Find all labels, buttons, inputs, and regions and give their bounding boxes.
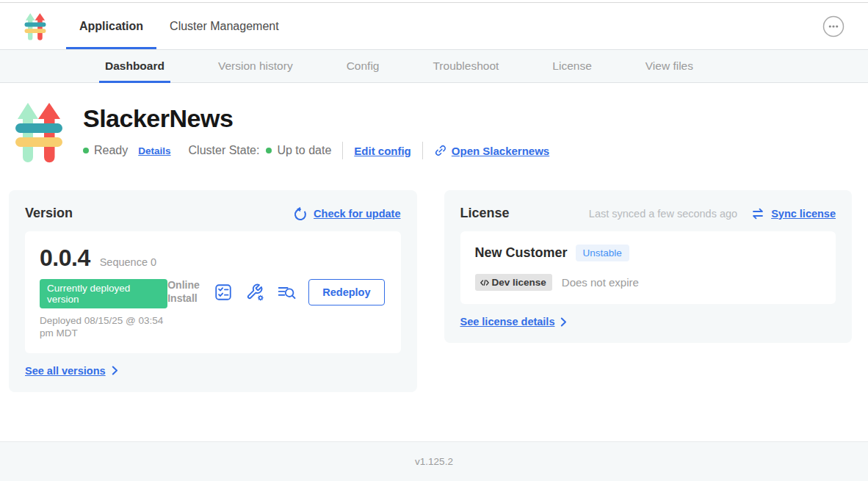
tab-application[interactable]: Application: [66, 3, 156, 49]
last-synced-text: Last synced a few seconds ago: [589, 208, 737, 220]
view-logs-icon[interactable]: [277, 283, 296, 302]
redeploy-button[interactable]: Redeploy: [308, 279, 384, 305]
cluster-state-dot: [266, 148, 272, 153]
version-card-title: Version: [25, 206, 73, 221]
sync-license-link[interactable]: Sync license: [771, 208, 836, 220]
cluster-state-label: Cluster State:: [189, 144, 260, 157]
app-icon: [15, 101, 63, 166]
divider: [422, 142, 423, 159]
tab-license-label: License: [552, 59, 591, 73]
check-for-update[interactable]: Check for update: [293, 206, 400, 221]
tab-cluster-management-label: Cluster Management: [170, 20, 279, 33]
tab-cluster-management[interactable]: Cluster Management: [156, 3, 292, 49]
slackernews-app-icon: [15, 101, 63, 163]
license-card-header: License Last synced a few seconds ago Sy…: [460, 206, 836, 221]
version-number: 0.0.4: [40, 245, 90, 272]
currently-deployed-badge: Currently deployed version: [40, 279, 167, 308]
license-type-row: Dev license Does not expire: [475, 274, 822, 291]
tab-view-files[interactable]: View files: [640, 50, 699, 82]
app-header: Application Cluster Management: [0, 3, 868, 49]
brand-logo: [24, 3, 46, 49]
tab-troubleshoot[interactable]: Troubleshoot: [427, 50, 504, 82]
see-all-versions-label: See all versions: [25, 365, 106, 377]
slackernews-logo-icon: [24, 12, 46, 40]
tab-application-label: Application: [79, 20, 143, 33]
deployed-version-panel: 0.0.4 Sequence 0 Currently deployed vers…: [25, 231, 401, 353]
open-app-link[interactable]: Open Slackernews: [434, 144, 549, 157]
check-for-update-label: Check for update: [314, 208, 400, 220]
status-details-link[interactable]: Details: [138, 145, 170, 156]
tab-view-files-label: View files: [645, 59, 693, 73]
app-hero: SlackerNews Ready Details Cluster State:…: [0, 83, 868, 166]
see-license-details-link[interactable]: See license details: [460, 316, 836, 328]
license-type-label: Dev license: [492, 277, 546, 288]
license-details-panel: New Customer Unstable Dev license Does n…: [460, 231, 836, 304]
version-sequence: Sequence 0: [100, 256, 156, 268]
tab-troubleshoot-label: Troubleshoot: [433, 59, 499, 73]
see-all-versions-link[interactable]: See all versions: [25, 365, 401, 377]
edit-config-link[interactable]: Edit config: [354, 145, 411, 157]
tab-version-history[interactable]: Version history: [212, 50, 299, 82]
config-wrench-icon[interactable]: [245, 283, 264, 302]
version-card: Version Check for update 0.0.4 Sequence …: [9, 190, 417, 392]
open-app-link-label: Open Slackernews: [452, 145, 549, 157]
tab-dashboard[interactable]: Dashboard: [99, 50, 170, 82]
code-brackets-icon: [480, 278, 490, 287]
page-title: SlackerNews: [83, 104, 549, 133]
version-row: 0.0.4 Sequence 0: [40, 245, 167, 272]
license-type-badge: Dev license: [475, 274, 552, 291]
preflight-checks-icon[interactable]: [214, 283, 233, 302]
app-hero-body: SlackerNews Ready Details Cluster State:…: [83, 101, 549, 166]
tab-dashboard-label: Dashboard: [105, 59, 164, 73]
version-actions: Online Install: [167, 279, 386, 305]
app-status-row: Ready Details Cluster State: Up to date …: [83, 142, 549, 159]
dashboard-cards: Version Check for update 0.0.4 Sequence …: [0, 190, 868, 392]
customer-name: New Customer: [475, 245, 568, 261]
app-subnav: Dashboard Version history Config Trouble…: [0, 49, 868, 83]
version-card-header: Version Check for update: [25, 206, 401, 221]
console-footer: v1.125.2: [0, 441, 868, 481]
tab-config-label: Config: [347, 59, 380, 73]
link-icon: [434, 144, 447, 157]
license-card-title: License: [460, 206, 510, 221]
kots-admin-console: Application Cluster Management Dashboard…: [0, 0, 868, 481]
chevron-right-icon: [112, 366, 118, 375]
header-tabs: Application Cluster Management: [66, 3, 292, 49]
channel-badge: Unstable: [576, 245, 629, 261]
console-version: v1.125.2: [415, 456, 453, 467]
license-customer-row: New Customer Unstable: [475, 245, 822, 261]
license-expiry: Does not expire: [562, 276, 639, 289]
app-status-text: Ready: [94, 144, 128, 157]
license-card: License Last synced a few seconds ago Sy…: [444, 190, 853, 343]
app-status-dot: [83, 148, 89, 153]
divider: [342, 142, 343, 159]
see-license-details-label: See license details: [460, 316, 555, 328]
license-sync-area: Last synced a few seconds ago Sync licen…: [589, 206, 836, 221]
ellipsis-menu-icon[interactable]: [822, 15, 845, 37]
header-right: [822, 3, 868, 49]
refresh-icon: [293, 206, 308, 221]
tab-license[interactable]: License: [546, 50, 597, 82]
deployed-timestamp: Deployed 08/15/25 @ 03:54 pm MDT: [40, 315, 167, 340]
install-type-label: Online Install: [167, 279, 201, 305]
cluster-state-value: Up to date: [277, 144, 331, 157]
deployed-version-info: 0.0.4 Sequence 0 Currently deployed vers…: [40, 245, 167, 340]
sync-arrows-icon: [751, 206, 765, 221]
tab-version-history-label: Version history: [218, 59, 293, 73]
tab-config[interactable]: Config: [341, 50, 386, 82]
chevron-right-icon: [560, 317, 567, 327]
